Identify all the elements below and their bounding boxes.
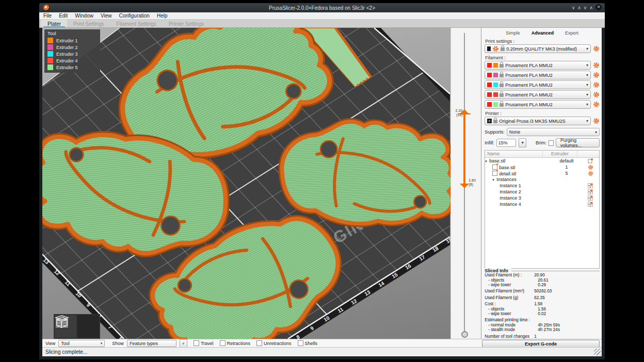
instances-group-row[interactable]: ▾Instances [485, 176, 599, 183]
extruder-1-swatch [47, 38, 53, 43]
tab-bar: Plater Print Settings Filament Settings … [39, 20, 605, 28]
minimize-icon[interactable]: ∨ [584, 4, 587, 11]
filament-4-select[interactable]: Prusament PLA MMU2 ▾ [485, 90, 591, 99]
instance-row-4[interactable]: Instance 4 [485, 201, 599, 207]
instance-row-3[interactable]: Instance 3 [485, 195, 599, 201]
object-list-header: Name Extruder [485, 151, 599, 158]
app-logo-icon [43, 5, 50, 11]
layer-slider-strip: 2.20(11) 1.60(8) [450, 28, 481, 339]
object-list: Name Extruder ▾base.stl default base.stl… [485, 150, 600, 269]
filament-1-color1 [487, 63, 492, 68]
infill-label: Infill: [485, 140, 494, 145]
print-settings-gear-icon[interactable] [593, 45, 600, 52]
menu-file[interactable]: File [43, 13, 52, 19]
lock-icon [500, 93, 504, 97]
status-bar: Slicing complete... [42, 347, 602, 356]
3d-viewport[interactable]: 7 8 9 10 11 12 13 14 15 16 17 18 19 6 [42, 28, 450, 339]
window-frame-right [602, 28, 605, 339]
filament-2-color2 [493, 73, 498, 77]
view-select[interactable]: Tool▾ [58, 340, 105, 347]
window-frame-right [602, 339, 605, 347]
export-gcode-button[interactable]: Export G-code [482, 340, 600, 348]
filament-1-select[interactable]: Prusament PLA MMU2 ▾ [485, 61, 591, 70]
title-bar: PrusaSlicer-2.0.0+Fedora based on Slic3r… [39, 3, 605, 12]
preset-icon [487, 46, 491, 51]
extruder-3-swatch [47, 51, 53, 57]
printer-gear-icon[interactable] [593, 118, 600, 124]
filament-1-gear-icon[interactable] [593, 62, 600, 69]
settings-panel: Simple Advanced Expert Print settings : … [481, 28, 602, 339]
close-icon[interactable]: ✕ [595, 4, 602, 10]
tab-filament-settings[interactable]: Filament Settings [110, 20, 163, 27]
layer-slider-range[interactable] [463, 113, 465, 184]
shade-icon[interactable]: ∨ [572, 4, 575, 11]
filament-2-gear-icon[interactable] [593, 72, 600, 78]
mode-advanced[interactable]: Advanced [532, 30, 554, 36]
show-select-arrow[interactable]: ∨ [180, 339, 187, 348]
volume-row-base[interactable]: base.stl 1 [485, 164, 599, 170]
object-row-base[interactable]: ▾base.stl default [485, 158, 599, 164]
filament-5-select[interactable]: Prusament PLA MMU2 ▾ [485, 100, 591, 109]
layer-top-label: 2.20(11) [456, 109, 463, 117]
travel-checkbox[interactable] [194, 340, 199, 346]
status-text: Slicing complete... [45, 349, 87, 355]
menu-help[interactable]: Help [157, 13, 168, 19]
volume-row-detail[interactable]: detail.stl 5 [485, 170, 599, 176]
instances-icon [588, 202, 593, 207]
menu-view[interactable]: View [101, 13, 112, 19]
shells-checkbox[interactable] [298, 340, 303, 346]
filament-4-gear-icon[interactable] [593, 91, 600, 98]
instance-row-2[interactable]: Instance 2 [485, 189, 599, 195]
view-label: View [45, 341, 55, 346]
tab-plater[interactable]: Plater [41, 20, 67, 27]
keep-above-icon[interactable]: ∧ [577, 4, 581, 11]
supports-select[interactable]: None ▾ [507, 128, 600, 136]
chevron-down-icon: ▾ [586, 92, 588, 97]
infill-dropdown-button[interactable]: ▼ [519, 138, 526, 147]
object-settings-icon[interactable] [588, 158, 593, 163]
filament-5-color1 [487, 102, 492, 107]
brim-checkbox[interactable] [549, 140, 554, 146]
instance-row-1[interactable]: Instance 1 [485, 183, 599, 189]
sliced-info: Sliced Info Used Filament (m) :20.90 - o… [485, 271, 600, 339]
show-select[interactable]: Feature types [127, 340, 176, 347]
mode-expert[interactable]: Expert [565, 30, 578, 36]
filament-2-color1 [487, 73, 492, 77]
printer-select[interactable]: Original Prusa i3 MK3S MMU2S ▾ [485, 117, 591, 125]
filament-4-color2 [493, 92, 498, 97]
chevron-down-icon: ▾ [586, 73, 588, 77]
print-settings-select[interactable]: 0.20mm QUALITY MK3 (modified) ▾ [485, 44, 591, 53]
volume-gear-icon[interactable] [588, 171, 593, 176]
filament-3-select[interactable]: Prusament PLA MMU2 ▾ [485, 80, 591, 89]
menu-edit[interactable]: Edit [59, 13, 68, 19]
window-frame-bottom [39, 356, 605, 359]
preview-toolbar: View Tool▾ Show Feature types ∨ Travel R… [42, 339, 480, 347]
tab-print-settings[interactable]: Print Settings [67, 20, 110, 27]
filament-3-gear-icon[interactable] [593, 81, 600, 88]
filament-2-select[interactable]: Prusament PLA MMU2 ▾ [485, 71, 591, 79]
legend-title: Tool [47, 31, 97, 36]
mode-simple[interactable]: Simple [506, 30, 520, 36]
unretractions-checkbox[interactable] [256, 340, 262, 346]
lock-icon [493, 120, 497, 123]
resize-grip[interactable] [594, 349, 601, 355]
filament-5-gear-icon[interactable] [593, 101, 600, 108]
print-bed-scene: 7 8 9 10 11 12 13 14 15 16 17 18 19 6 [42, 28, 450, 339]
layer-bottom-label: 1.60(8) [469, 178, 476, 187]
menu-configuration[interactable]: Configuration [119, 13, 149, 19]
chevron-down-icon: ▾ [586, 63, 588, 68]
extruder-2-swatch [47, 44, 53, 50]
sliced-info-title: Sliced Info [485, 268, 511, 273]
maximize-icon[interactable]: ∧ [589, 4, 593, 11]
instances-icon [588, 189, 593, 194]
tab-printer-settings[interactable]: Printer Settings [163, 20, 210, 27]
menu-window[interactable]: Window [75, 13, 93, 19]
purging-volumes-button[interactable]: Purging volumes... [556, 138, 600, 147]
infill-input[interactable]: 15% [496, 139, 517, 147]
retractions-checkbox[interactable] [220, 340, 226, 346]
slider-lock-icon[interactable] [461, 331, 468, 338]
volume-gear-icon[interactable] [588, 164, 593, 170]
preview-view-button[interactable] [77, 315, 99, 338]
retractions-checkbox-label: Retractions [220, 340, 251, 346]
layer-slider-bottom-handle[interactable] [460, 184, 469, 188]
